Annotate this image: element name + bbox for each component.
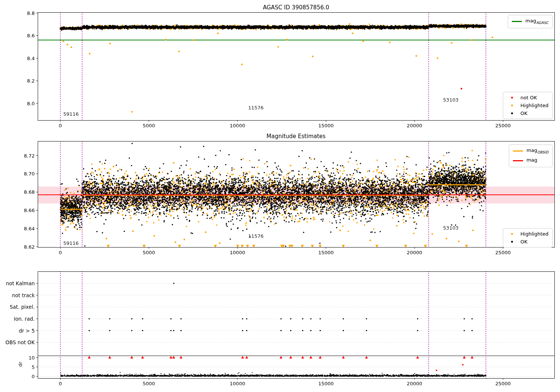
orange-dot-swatch-icon — [507, 105, 517, 106]
magnitude-estimates-figure: AGASC ID 390857856.0 Magnitude Estimates… — [0, 0, 560, 392]
y-tick-label: 8.64 — [24, 226, 35, 231]
dr-tick-label: 0 — [32, 374, 35, 379]
x-tick-label: 5000 — [143, 123, 155, 128]
x-tick-label: 25000 — [495, 123, 511, 128]
plots-canvas — [0, 0, 560, 392]
x-tick-label: 25000 — [495, 250, 511, 255]
y-tick-label: 8.6 — [27, 33, 35, 38]
flag-row-label: OBS not OK — [6, 339, 35, 345]
orange-line-swatch-icon — [513, 150, 523, 152]
y-tick-label: 8.72 — [24, 153, 35, 158]
flag-row-label: dr > 5 — [19, 328, 35, 334]
legend-label: Highlighted — [520, 103, 548, 108]
x-tick-label: 15000 — [318, 123, 333, 128]
dr-tick-label: 10 — [28, 355, 35, 361]
x-tick-label: 20000 — [407, 250, 422, 255]
legend-item-ok: OK — [507, 111, 548, 116]
green-line-swatch-icon — [512, 21, 522, 22]
legend-mag-agasc: magAGASC — [508, 15, 553, 28]
legend-item-ok: OK — [507, 239, 548, 245]
orange-dot-swatch-icon — [507, 233, 517, 235]
y-tick-label: 8.62 — [24, 244, 35, 250]
y-tick-label: 8.68 — [24, 189, 35, 195]
obsid-annotation: 53103 — [443, 225, 458, 231]
legend-item-mag-agasc: magAGASC — [512, 18, 548, 25]
flag-row-label: not track — [12, 292, 35, 298]
top-plot-title: AGASC ID 390857856.0 — [263, 4, 329, 11]
obsid-annotation: 53103 — [443, 97, 458, 102]
x-tick-label: 10000 — [230, 123, 245, 128]
x-tick-label: 0 — [59, 381, 62, 386]
middle-plot-title: Magnitude Estimates — [267, 133, 326, 140]
legend-label: mag — [526, 157, 537, 165]
x-tick-label: 10000 — [230, 381, 245, 386]
legend-label: magOBSID — [526, 147, 548, 155]
legend-label: Highlighted — [520, 231, 548, 237]
legend-label: OK — [520, 239, 528, 245]
y-tick-label: 8.4 — [27, 55, 35, 61]
x-tick-label: 0 — [59, 250, 62, 255]
x-tick-label: 5000 — [143, 250, 155, 255]
flag-row-label: Sat. pixel. — [10, 304, 35, 310]
x-tick-label: 25000 — [495, 381, 511, 386]
red-dot-swatch-icon — [507, 97, 517, 99]
x-tick-label: 15000 — [318, 381, 333, 386]
dr-axis-label: dr — [18, 362, 23, 367]
obsid-annotation: 59116 — [63, 240, 78, 246]
y-tick-label: 8.70 — [24, 171, 35, 177]
x-tick-label: 20000 — [407, 381, 422, 386]
legend-label: magAGASC — [525, 18, 548, 25]
x-tick-label: 0 — [59, 123, 62, 128]
legend-item-not-ok: not OK — [507, 95, 548, 100]
x-tick-label: 15000 — [318, 250, 333, 255]
red-line-swatch-icon — [513, 160, 523, 161]
legend-label: not OK — [520, 95, 537, 100]
x-tick-label: 10000 — [230, 250, 245, 255]
flag-row-label: Ion. rad. — [14, 316, 35, 322]
legend-item-mag-obsid: magOBSID — [513, 147, 548, 155]
legend-point-types-middle: Highlighted OK — [503, 228, 553, 248]
black-dot-swatch-icon — [507, 241, 517, 243]
legend-mag-lines: magOBSID mag — [509, 144, 553, 167]
y-tick-label: 8.0 — [27, 100, 35, 106]
legend-label: OK — [520, 111, 528, 116]
x-tick-label: 5000 — [143, 381, 155, 386]
y-tick-label: 8.2 — [27, 78, 35, 84]
y-tick-label: 8.8 — [27, 10, 35, 16]
dr-tick-label: 5 — [32, 364, 35, 370]
flag-row-label: not Kalman — [6, 280, 35, 286]
obsid-annotation: 11576 — [248, 233, 264, 239]
y-tick-label: 8.66 — [24, 208, 35, 213]
legend-point-types-top: not OK Highlighted OK — [503, 92, 553, 119]
legend-item-highlighted: Highlighted — [507, 231, 548, 237]
obsid-annotation: 59116 — [63, 111, 78, 117]
obsid-annotation: 11576 — [248, 105, 264, 111]
legend-item-mag: mag — [513, 157, 548, 165]
legend-item-highlighted: Highlighted — [507, 103, 548, 108]
x-tick-label: 20000 — [407, 123, 422, 128]
black-dot-swatch-icon — [507, 112, 517, 114]
